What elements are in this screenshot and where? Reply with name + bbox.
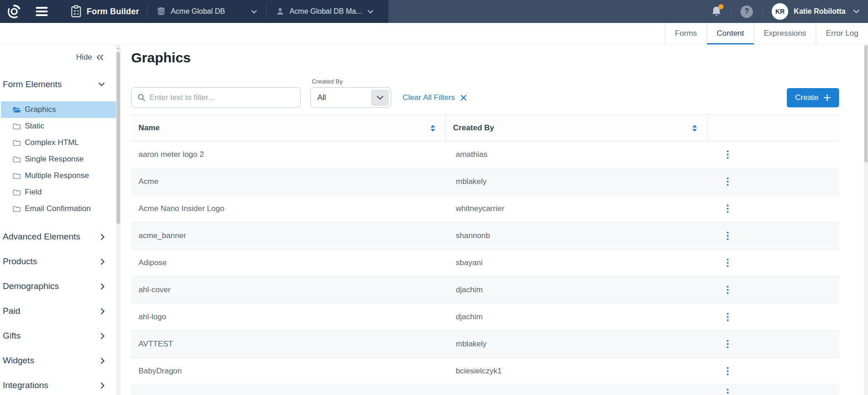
sidebar-section[interactable]: Demographics <box>0 274 121 299</box>
sidebar-item-label: Graphics <box>25 105 56 114</box>
person-icon <box>276 7 284 16</box>
tab-label: Forms <box>675 29 697 38</box>
table-row: Acme Nano Insider Logo whitneycarrier <box>131 195 839 223</box>
chevron-right-icon <box>100 382 105 389</box>
menu-button[interactable] <box>36 7 54 16</box>
sidebar-section[interactable]: Paid <box>0 299 121 323</box>
search-icon <box>138 94 145 101</box>
section-label: Advanced Elements <box>3 232 80 242</box>
navbar-left-cluster: Form Builder Acme Global DB Acme Global … <box>0 0 388 23</box>
tab-label: Expressions <box>764 29 807 38</box>
divider <box>147 5 148 18</box>
tab[interactable]: Expressions <box>754 23 816 44</box>
plus-icon <box>824 94 831 101</box>
row-actions-cell <box>708 195 839 222</box>
sidebar-item[interactable]: Static <box>1 118 116 134</box>
kebab-menu-button[interactable] <box>725 284 730 296</box>
created-by-cell: djachim <box>446 277 708 303</box>
chevron-down-icon <box>98 82 105 87</box>
kebab-menu-button[interactable] <box>725 311 730 323</box>
sidebar-section[interactable]: Integrations <box>0 373 121 395</box>
chevron-down-icon <box>251 10 257 14</box>
name-cell: acme_banner <box>131 223 446 249</box>
sidebar-scrollbar[interactable]: ▲ <box>116 45 121 395</box>
row-actions-cell <box>708 358 839 384</box>
create-button[interactable]: Create <box>787 88 839 107</box>
sidebar-section-form-elements[interactable]: Form Elements <box>0 79 121 89</box>
sidebar-item-label: Email Confirmation <box>25 204 91 213</box>
sidebar-item[interactable]: Complex HTML <box>1 134 116 151</box>
scrollbar-thumb[interactable] <box>116 52 120 224</box>
filter-row: Created By All Clear All Filters Create <box>131 87 839 108</box>
sidebar-section[interactable]: Widgets <box>0 348 121 373</box>
notifications-button[interactable] <box>711 6 722 17</box>
section-label: Products <box>3 256 37 267</box>
table-row: ahl-cover djachim <box>131 277 839 304</box>
page-scrollbar[interactable] <box>864 45 868 395</box>
chevron-right-icon <box>100 333 105 339</box>
tab[interactable]: Forms <box>665 23 707 44</box>
divider <box>731 5 731 18</box>
hamburger-icon <box>36 7 48 9</box>
section-label: Paid <box>3 306 20 316</box>
chevron-right-icon <box>100 283 105 290</box>
tab[interactable]: Error Log <box>816 23 868 44</box>
select-chevron-button[interactable] <box>371 89 389 106</box>
section-label: Widgets <box>3 356 34 366</box>
divider <box>266 5 267 18</box>
sidebar-section[interactable]: Products <box>0 249 121 274</box>
kebab-menu-button[interactable] <box>725 365 730 377</box>
folder-icon <box>12 172 21 179</box>
help-button[interactable]: ? <box>741 6 753 18</box>
kebab-menu-button[interactable] <box>725 338 730 350</box>
content-area: Hide Form Elements <box>0 45 868 395</box>
kebab-menu-button[interactable] <box>725 387 730 395</box>
brand-logo[interactable] <box>0 4 28 19</box>
sidebar-item[interactable]: Field <box>1 184 116 200</box>
created-by-cell: sbayani <box>446 250 708 276</box>
sidebar-section[interactable]: Gifts <box>0 323 121 348</box>
sidebar-item[interactable]: Email Confirmation <box>1 200 116 217</box>
main-panel: Graphics Created By All Clear A <box>121 45 868 395</box>
row-actions-cell <box>708 168 839 195</box>
avatar: KR <box>772 3 788 20</box>
scrollbar-up-arrow[interactable]: ▲ <box>116 46 120 50</box>
section-label: Demographics <box>3 281 59 291</box>
sidebar-item[interactable]: Single Response <box>1 151 116 167</box>
created-by-select[interactable]: Created By All <box>310 87 391 108</box>
column-header-created-by[interactable]: Created By <box>446 115 708 141</box>
kebab-menu-button[interactable] <box>725 176 730 188</box>
form-elements-list: Graphics Static <box>0 101 121 217</box>
column-header-name[interactable]: Name <box>131 115 446 141</box>
filter-text-input[interactable] <box>149 88 300 107</box>
page-scrollbar-thumb[interactable] <box>864 45 868 162</box>
sidebar-item-label: Complex HTML <box>25 138 79 147</box>
name-cell: BabyDragon <box>131 358 446 384</box>
kebab-menu-button[interactable] <box>725 149 730 161</box>
sidebar-item[interactable]: Multiple Response <box>1 167 116 184</box>
user-menu[interactable]: KR Katie Robilotta <box>772 3 860 20</box>
name-cell: aaron meter logo 2 <box>131 141 446 168</box>
clear-all-filters-button[interactable]: Clear All Filters <box>403 93 467 102</box>
page-title: Graphics <box>131 50 839 66</box>
sidebar-item[interactable]: Graphics <box>1 101 116 118</box>
top-navbar: Form Builder Acme Global DB Acme Global … <box>0 0 868 23</box>
sort-icon <box>431 125 435 132</box>
open-folder-icon <box>12 106 21 113</box>
created-by-cell: amathias <box>446 141 708 168</box>
account-select[interactable]: Acme Global DB Ma... <box>268 0 381 23</box>
graphics-table: Name Created By aaron meter logo 2 amath… <box>131 114 839 395</box>
clipboard-icon <box>71 5 82 18</box>
kebab-menu-button[interactable] <box>725 203 730 215</box>
sidebar-section[interactable]: Advanced Elements <box>0 224 121 249</box>
x-icon <box>460 95 467 101</box>
kebab-menu-button[interactable] <box>725 230 730 242</box>
kebab-menu-button[interactable] <box>725 257 730 269</box>
name-cell: Acme <box>131 168 446 195</box>
table-header: Name Created By <box>131 115 839 141</box>
row-actions-cell <box>708 250 839 276</box>
database-select[interactable]: Acme Global DB <box>149 0 265 23</box>
chevron-right-icon <box>100 258 105 265</box>
tab[interactable]: Content <box>707 23 754 44</box>
hide-sidebar-button[interactable]: Hide <box>0 45 121 62</box>
